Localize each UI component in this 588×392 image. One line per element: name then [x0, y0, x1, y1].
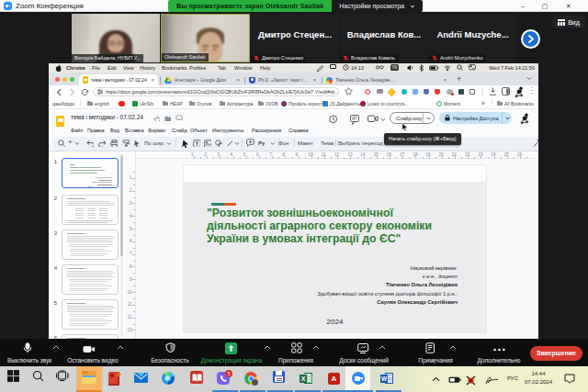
- control-center-icon[interactable]: [469, 64, 476, 71]
- new-tab-button[interactable]: +: [457, 75, 461, 84]
- slide-year-text[interactable]: 2024: [184, 318, 486, 326]
- back-icon[interactable]: [55, 88, 62, 96]
- version-history-icon[interactable]: [329, 115, 338, 124]
- slides-menu-item[interactable]: Вид: [110, 127, 119, 134]
- mac-minimize-light[interactable]: [62, 77, 67, 82]
- slide-thumbnail[interactable]: [62, 230, 119, 260]
- zoom-app[interactable]: [352, 370, 368, 386]
- participant-tile[interactable]: Oleksandr Sauliak: [161, 14, 250, 62]
- close-button[interactable]: ✕: [564, 0, 573, 12]
- participant-tile[interactable]: Дмитро Стецен...Дмитро Стеценко: [251, 14, 339, 62]
- slide-thumbnail[interactable]: [62, 158, 119, 188]
- slides-menu-item[interactable]: Формат: [148, 127, 166, 134]
- mac-menu-item[interactable]: Tab: [218, 64, 226, 72]
- toolbar-cursor-mode[interactable]: [133, 140, 141, 147]
- apps-button[interactable]: [291, 342, 302, 353]
- volume-icon[interactable]: [407, 64, 414, 71]
- bookmark-item[interactable]: UkrSib: [132, 99, 153, 107]
- file-explorer[interactable]: [81, 370, 97, 386]
- timer-icon[interactable]: [343, 64, 349, 71]
- notes-menu-caret[interactable]: [449, 345, 456, 350]
- slides-menu-item[interactable]: Вставка: [125, 127, 143, 134]
- mac-menu-item[interactable]: Chrome: [66, 64, 85, 72]
- slides-menu-item[interactable]: Объект: [190, 127, 208, 134]
- forward-icon[interactable]: [68, 88, 75, 96]
- shield-button[interactable]: [165, 342, 175, 353]
- toolbar-print[interactable]: [110, 140, 118, 147]
- keyboard-layout-badge[interactable]: YK: [390, 64, 399, 71]
- slides-menu-item[interactable]: Файл: [71, 127, 84, 134]
- bookmark-item[interactable]: Moment: [436, 99, 460, 107]
- minimize-button[interactable]: –: [518, 0, 527, 12]
- mac-menu-item[interactable]: Profiles: [189, 64, 206, 72]
- toolbar-textbox[interactable]: [193, 140, 200, 147]
- toolbar-fit-zoom[interactable]: По шир.: [144, 140, 165, 146]
- mac-menu-item[interactable]: File: [92, 64, 100, 72]
- cam-button[interactable]: [83, 344, 96, 354]
- share-menu-caret[interactable]: [264, 345, 270, 350]
- slides-menu-item[interactable]: Справка: [288, 127, 309, 134]
- bookmark-item[interactable]: JS Дайджесты: [322, 99, 361, 107]
- mac-menu-item[interactable]: Window: [234, 64, 253, 72]
- side-panel-icon[interactable]: [502, 87, 510, 95]
- ext-opera-icon[interactable]: [365, 89, 370, 95]
- mail-app[interactable]: [134, 370, 151, 386]
- spotlight-icon[interactable]: [457, 64, 463, 71]
- toolbar-laser[interactable]: [533, 139, 538, 147]
- slide-thumbnail[interactable]: [62, 195, 119, 225]
- ext-bag-icon[interactable]: [469, 89, 475, 95]
- apple-menu-icon[interactable]: [55, 64, 62, 73]
- ext-indigo-icon[interactable]: [424, 89, 429, 95]
- board-menu-caret[interactable]: [379, 345, 385, 350]
- slide-canvas[interactable]: "Розвиток зовнішньоекономічної діяльност…: [184, 165, 486, 332]
- tray-red-app-icon[interactable]: [465, 375, 477, 386]
- slideshow-button[interactable]: Слайд-шоу: [390, 112, 435, 124]
- mac-menu-item[interactable]: Bookmarks: [162, 64, 187, 72]
- ext-pencil-icon[interactable]: [389, 89, 394, 95]
- toolbar-shapes[interactable]: [215, 140, 222, 147]
- toolbar-button-4[interactable]: Выбрать переход: [338, 140, 383, 146]
- bookmark-star-icon[interactable]: [345, 87, 353, 95]
- tab-list-dropdown[interactable]: [526, 76, 532, 81]
- toolbar-select[interactable]: [182, 140, 188, 148]
- apps-menu-caret[interactable]: [312, 345, 319, 350]
- profile-avatar[interactable]: [514, 86, 524, 97]
- participant-tile[interactable]: Andrii Muzyche...Andrii Muzychenko: [429, 14, 516, 62]
- next-participants-button[interactable]: [521, 29, 540, 49]
- slides-menu-item[interactable]: Слайд: [172, 127, 187, 134]
- account-avatar[interactable]: [519, 113, 530, 124]
- bookmarks-overflow[interactable]: »: [481, 99, 485, 107]
- cloud-status-icon[interactable]: [175, 115, 183, 120]
- word-app[interactable]: W: [380, 370, 397, 386]
- tray-time[interactable]: 14:44: [520, 371, 557, 376]
- display-icon[interactable]: [330, 64, 336, 69]
- filmstrip-scrollbar-thumb[interactable]: [120, 155, 123, 256]
- tab-close-icon[interactable]: ×: [151, 77, 154, 83]
- view-button[interactable]: Вид: [552, 16, 585, 28]
- mac-menu-item[interactable]: History: [140, 64, 155, 72]
- slides-menu-item[interactable]: Инструменты: [212, 127, 243, 134]
- slideshow-options-dropdown[interactable]: [423, 113, 434, 123]
- share-button[interactable]: [225, 342, 237, 354]
- start-button[interactable]: [7, 370, 24, 386]
- bookmark-item[interactable]: HEAP: [163, 99, 183, 107]
- slides-menu-item[interactable]: Правка: [87, 127, 105, 134]
- acrobat-app[interactable]: A: [327, 370, 344, 386]
- taskbar-search[interactable]: [32, 370, 49, 386]
- browser-tab[interactable]: тема і методики - 07.02.24×: [79, 74, 158, 85]
- toolbar-zoom-caret[interactable]: [74, 141, 79, 145]
- excel-app[interactable]: X: [300, 370, 316, 386]
- slide-thumbnail[interactable]: [62, 264, 119, 295]
- slide-thumbnail[interactable]: [62, 299, 119, 330]
- participant-tile[interactable]: Владислав Ков...Владислав Коваль: [340, 14, 428, 62]
- notification-center-icon[interactable]: [564, 374, 575, 384]
- cam-menu-caret[interactable]: [117, 345, 123, 350]
- slides-menu-item[interactable]: Расширения: [252, 127, 281, 134]
- ext-teal-icon[interactable]: [401, 89, 407, 95]
- participant-tile[interactable]: Вікторія Байдала, НУБіП У...: [72, 14, 160, 62]
- meet-icon[interactable]: [368, 115, 379, 123]
- bookmark-item[interactable]: Огулов: [189, 99, 212, 107]
- toolbar-zoom-plus[interactable]: +: [68, 138, 73, 146]
- tab-close-icon[interactable]: ×: [312, 77, 316, 83]
- star-document-icon[interactable]: [153, 116, 160, 121]
